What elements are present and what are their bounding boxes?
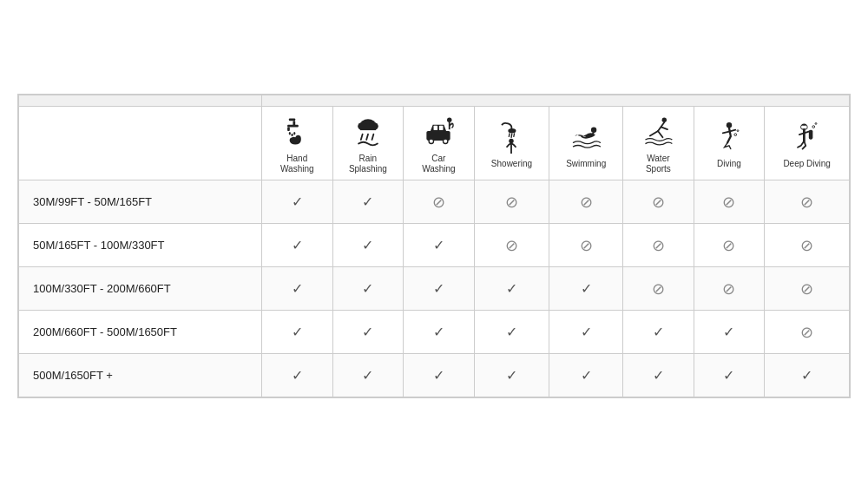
range-cell: 200M/660FT - 500M/1650FT: [19, 311, 262, 354]
rain-splashing-label: RainSplashing: [349, 154, 387, 174]
col-water-sports: WaterSports: [623, 107, 694, 180]
value-cell: ✓: [262, 354, 333, 397]
value-cell: ✓: [694, 311, 765, 354]
value-cell: ✓: [549, 311, 623, 354]
value-cell: ✓: [262, 180, 333, 224]
swimming-icon: [567, 117, 605, 155]
range-cell: 100M/330FT - 200M/660FT: [19, 267, 262, 311]
col-showering: Showering: [474, 107, 549, 180]
water-sports-icon: [639, 112, 677, 150]
svg-point-31: [734, 134, 737, 136]
svg-point-5: [292, 134, 293, 137]
hand-washing-icon: [278, 112, 316, 150]
col-hand-washing: HandWashing: [262, 107, 333, 180]
value-cell: ⊘: [765, 311, 850, 354]
col-car-washing: CarWashing: [404, 107, 475, 180]
deep-diving-label: Deep Diving: [783, 159, 830, 169]
table-row: 500M/1650FT +✓✓✓✓✓✓✓✓: [19, 354, 850, 397]
value-cell: ✓: [404, 267, 475, 311]
value-cell: ✓: [549, 267, 623, 311]
svg-point-28: [591, 128, 596, 133]
value-cell: ✓: [694, 354, 765, 397]
value-cell: ⊘: [474, 224, 549, 267]
svg-point-32: [737, 130, 739, 132]
rain-splashing-icon: [349, 112, 387, 150]
deep-diving-icon: [788, 117, 826, 155]
svg-rect-3: [287, 127, 290, 131]
table-row: 100M/330FT - 200M/660FT✓✓✓✓✓⊘⊘⊘: [19, 267, 850, 311]
diving-label: Diving: [717, 159, 741, 169]
value-cell: ✓: [332, 354, 404, 397]
svg-rect-15: [434, 126, 438, 130]
waterproof-table: HandWashing: [17, 94, 851, 398]
value-cell: ⊘: [694, 224, 765, 267]
diving-icon: [710, 117, 748, 155]
value-cell: ⊘: [623, 224, 694, 267]
svg-point-22: [509, 128, 516, 133]
value-cell: ✓: [262, 224, 333, 267]
car-washing-label: CarWashing: [422, 154, 456, 174]
svg-point-19: [447, 118, 451, 122]
water-sports-label: WaterSports: [646, 154, 671, 174]
value-cell: ✓: [474, 311, 549, 354]
range-cell: 50M/165FT - 100M/330FT: [19, 224, 262, 267]
svg-point-18: [444, 139, 448, 143]
value-cell: ✓: [765, 354, 850, 397]
value-cell: ✓: [262, 311, 333, 354]
empty-icon-cell: [19, 107, 262, 180]
value-cell: ✓: [549, 354, 623, 397]
svg-point-4: [289, 132, 291, 135]
value-cell: ✓: [332, 224, 404, 267]
col-rain-splashing: RainSplashing: [332, 107, 404, 180]
svg-point-37: [815, 123, 817, 125]
svg-point-36: [812, 126, 815, 128]
table-row: 30M/99FT - 50M/165FT✓✓⊘⊘⊘⊘⊘⊘: [19, 180, 850, 224]
svg-rect-2: [287, 125, 299, 128]
value-cell: ⊘: [694, 267, 765, 311]
svg-rect-0: [289, 118, 295, 121]
table-row: 50M/165FT - 100M/330FT✓✓✓⊘⊘⊘⊘⊘: [19, 224, 850, 267]
range-cell: 500M/1650FT +: [19, 354, 262, 397]
value-cell: ✓: [474, 354, 549, 397]
svg-point-17: [429, 139, 433, 143]
value-cell: ✓: [332, 180, 404, 224]
svg-line-25: [514, 133, 515, 137]
value-cell: ⊘: [765, 267, 850, 311]
value-cell: ⊘: [765, 224, 850, 267]
svg-line-23: [510, 133, 510, 137]
col-swimming: Swimming: [549, 107, 623, 180]
svg-point-6: [293, 132, 295, 135]
svg-line-24: [511, 133, 512, 137]
showering-label: Showering: [491, 159, 532, 169]
value-cell: ✓: [332, 267, 404, 311]
value-cell: ⊘: [694, 180, 765, 224]
svg-rect-16: [439, 126, 444, 130]
col-deep-diving: Deep Diving: [765, 107, 850, 180]
value-cell: ⊘: [623, 180, 694, 224]
svg-rect-35: [800, 125, 806, 129]
value-cell: ✓: [404, 311, 475, 354]
value-cell: ⊘: [765, 180, 850, 224]
value-cell: ✓: [623, 311, 694, 354]
value-cell: ⊘: [623, 267, 694, 311]
definition-header: [19, 95, 262, 107]
svg-line-12: [366, 134, 368, 140]
svg-line-13: [372, 134, 373, 140]
svg-rect-10: [360, 125, 376, 130]
value-cell: ✓: [404, 354, 475, 397]
value-cell: ✓: [262, 267, 333, 311]
value-cell: ⊘: [549, 224, 623, 267]
value-cell: ⊘: [474, 180, 549, 224]
col-diving: Diving: [694, 107, 765, 180]
table-row: 200M/660FT - 500M/1650FT✓✓✓✓✓✓✓⊘: [19, 311, 850, 354]
swimming-label: Swimming: [566, 159, 606, 169]
value-cell: ✓: [404, 224, 475, 267]
showering-icon: [492, 117, 530, 155]
range-cell: 30M/99FT - 50M/165FT: [19, 180, 262, 224]
value-cell: ✓: [623, 354, 694, 397]
value-cell: ✓: [332, 311, 404, 354]
range-header: [262, 95, 850, 107]
value-cell: ✓: [474, 267, 549, 311]
value-cell: ⊘: [549, 180, 623, 224]
svg-line-11: [361, 134, 363, 140]
